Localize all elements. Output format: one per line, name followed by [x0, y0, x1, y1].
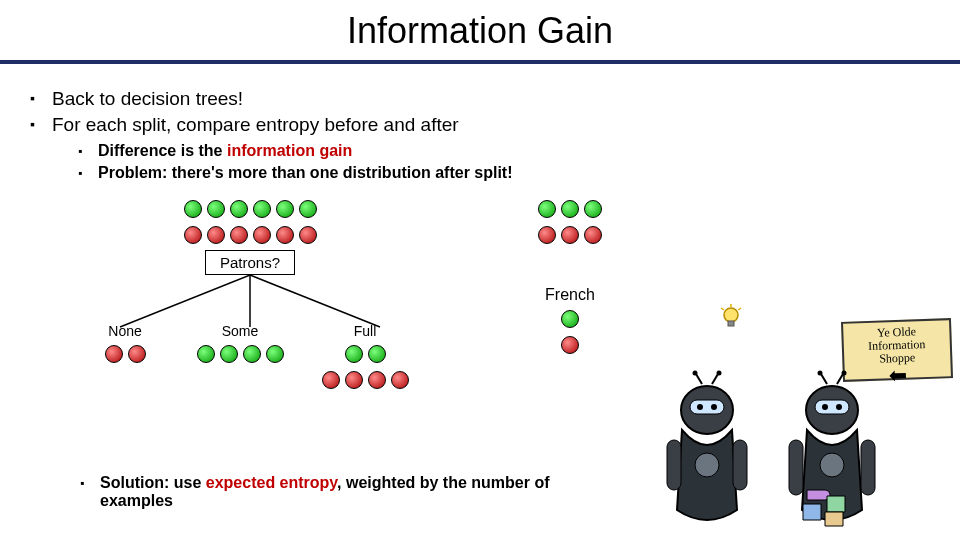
branch-lines [80, 275, 420, 395]
svg-line-2 [250, 275, 380, 327]
robot-left [652, 370, 762, 540]
solution-text-b: expected entropy [206, 474, 337, 491]
branch-french: French [545, 286, 595, 354]
tree-right-fragment: French [510, 200, 630, 354]
svg-point-3 [724, 308, 738, 322]
svg-point-11 [711, 404, 717, 410]
svg-line-15 [696, 374, 702, 384]
svg-point-21 [822, 404, 828, 410]
root-examples [184, 200, 317, 244]
branch-label-french: French [545, 286, 595, 304]
subbullet-2: Problem: there's more than one distribut… [78, 164, 930, 182]
svg-rect-4 [728, 321, 734, 326]
bullet-1: Back to decision trees! [30, 88, 930, 110]
subbullet-1: Difference is the information gain [78, 142, 930, 160]
svg-rect-20 [815, 400, 849, 414]
svg-rect-25 [861, 440, 875, 495]
svg-point-27 [818, 371, 823, 376]
svg-line-6 [721, 308, 724, 310]
svg-rect-24 [789, 440, 803, 495]
svg-rect-9 [690, 400, 724, 414]
svg-point-22 [836, 404, 842, 410]
svg-line-28 [837, 374, 843, 384]
slide-title: Information Gain [0, 0, 960, 60]
lightbulb-icon [718, 304, 744, 330]
subbullet-1-a: Difference is the [98, 142, 227, 159]
tree-patrons: Patrons? None Some [80, 200, 420, 395]
cartoon-illustration: Ye Olde Information Shoppe ⬅ [632, 300, 952, 540]
svg-point-10 [697, 404, 703, 410]
svg-rect-13 [667, 440, 681, 490]
svg-point-16 [693, 371, 698, 376]
svg-line-17 [712, 374, 718, 384]
solution-text-a: Solution: use [100, 474, 206, 491]
attribute-box-patrons: Patrons? [205, 250, 295, 275]
subbullet-1-b: information gain [227, 142, 352, 159]
solution-bullet: Solution: use expected entropy, weighted… [80, 474, 600, 510]
svg-rect-14 [733, 440, 747, 490]
svg-line-26 [821, 374, 827, 384]
svg-point-29 [842, 371, 847, 376]
bullet-2-text: For each split, compare entropy before a… [52, 114, 459, 135]
bullet-2: For each split, compare entropy before a… [30, 114, 930, 182]
decision-tree-diagram: Patrons? None Some [80, 200, 640, 395]
svg-line-0 [120, 275, 250, 327]
svg-point-23 [820, 453, 844, 477]
svg-point-18 [717, 371, 722, 376]
svg-point-12 [695, 453, 719, 477]
svg-line-7 [738, 308, 741, 310]
robot-right [777, 370, 887, 540]
